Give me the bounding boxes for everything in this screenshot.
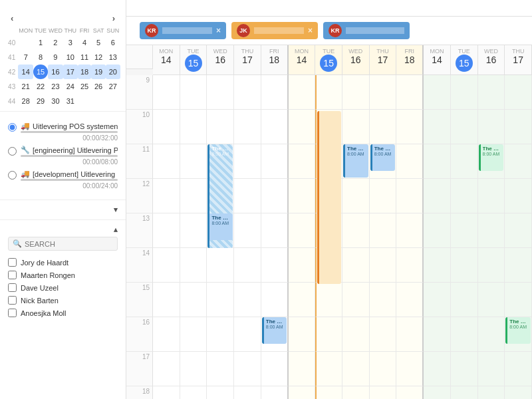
calendar-cell[interactable] bbox=[289, 110, 316, 144]
calendar-cell[interactable] bbox=[342, 75, 370, 110]
user-checkbox[interactable] bbox=[8, 271, 17, 279]
calendar-event[interactable]: The Jane Up8:00 AM bbox=[262, 317, 287, 344]
calendar-cell[interactable] bbox=[396, 386, 424, 399]
cal-day[interactable]: 16 bbox=[48, 65, 63, 79]
calendar-cell[interactable] bbox=[478, 317, 505, 352]
calendar-cell[interactable] bbox=[505, 352, 532, 386]
calendar-cell[interactable] bbox=[424, 179, 451, 213]
calendar-cell[interactable] bbox=[342, 352, 370, 386]
prev-month-button[interactable]: ‹ bbox=[8, 13, 16, 23]
calendar-cell[interactable] bbox=[289, 179, 316, 213]
calendar-cell[interactable] bbox=[234, 179, 261, 213]
calendar-cell[interactable] bbox=[289, 317, 316, 352]
search-input[interactable] bbox=[25, 240, 113, 248]
user-item[interactable]: Dave Uzeel bbox=[8, 281, 118, 294]
calendar-cell[interactable] bbox=[478, 213, 505, 248]
calendar-cell[interactable] bbox=[234, 386, 261, 399]
calendar-cell[interactable] bbox=[289, 386, 316, 399]
calendar-cell[interactable] bbox=[370, 386, 397, 399]
cal-day[interactable]: 11 bbox=[78, 50, 92, 65]
calendar-cell[interactable] bbox=[451, 386, 478, 399]
calendar-cell[interactable] bbox=[451, 352, 478, 386]
calendar-cell[interactable] bbox=[180, 352, 207, 386]
calendar-cell[interactable] bbox=[478, 248, 505, 283]
calendar-cell[interactable] bbox=[261, 283, 289, 317]
calendar-cell[interactable] bbox=[234, 75, 261, 110]
cal-day[interactable]: 23 bbox=[48, 79, 63, 94]
task-item[interactable]: 🚚[development] Uitlevering P...00:00/24:… bbox=[8, 168, 118, 192]
cal-day[interactable]: 19 bbox=[91, 65, 105, 79]
cal-day[interactable]: 28 bbox=[18, 94, 33, 108]
calendar-cell[interactable] bbox=[396, 283, 424, 317]
cal-day[interactable]: 22 bbox=[33, 79, 48, 94]
calendar-cell[interactable] bbox=[451, 110, 478, 144]
calendar-cell[interactable] bbox=[261, 386, 289, 399]
calendar-cell[interactable] bbox=[153, 75, 180, 110]
calendar-cell[interactable] bbox=[153, 386, 180, 399]
calendar-cell[interactable] bbox=[451, 213, 478, 248]
calendar-cell[interactable] bbox=[424, 213, 451, 248]
calendar-cell[interactable] bbox=[261, 75, 289, 110]
calendar-cell[interactable] bbox=[370, 75, 397, 110]
calendar-area[interactable]: MON14TUE15WED16THU17FRI18MON14TUE15WED16… bbox=[126, 45, 532, 399]
calendar-cell[interactable] bbox=[370, 248, 397, 283]
calendar-event[interactable]: The Jane Up8:00 AM bbox=[505, 317, 531, 344]
calendar-event[interactable]: The Jane Up8:00 AM bbox=[207, 213, 233, 240]
cal-day[interactable]: 12 bbox=[91, 50, 105, 65]
calendar-cell[interactable] bbox=[289, 75, 316, 110]
calendar-cell[interactable] bbox=[424, 110, 451, 144]
calendar-cell[interactable] bbox=[396, 75, 424, 110]
task-item[interactable]: 🚚Uitlevering POS systemen...00:00/32:00 bbox=[8, 120, 118, 144]
calendar-cell[interactable] bbox=[234, 213, 261, 248]
calendar-cell[interactable] bbox=[396, 352, 424, 386]
week-filter-close[interactable]: × bbox=[308, 26, 313, 35]
calendar-cell[interactable] bbox=[180, 144, 207, 179]
user-item[interactable]: Nick Barten bbox=[8, 294, 118, 307]
calendar-cell[interactable] bbox=[396, 110, 424, 144]
calendar-cell[interactable] bbox=[424, 248, 451, 283]
calendar-cell[interactable] bbox=[505, 179, 532, 213]
calendar-cell[interactable] bbox=[315, 386, 342, 399]
calendar-cell[interactable] bbox=[315, 75, 342, 110]
user-item[interactable]: Anoesjka Moll bbox=[8, 307, 118, 319]
calendar-cell[interactable] bbox=[505, 75, 532, 110]
calendar-cell[interactable] bbox=[478, 75, 505, 110]
calendar-cell[interactable] bbox=[207, 283, 234, 317]
calendar-cell[interactable] bbox=[396, 144, 424, 179]
calendar-cell[interactable] bbox=[505, 144, 532, 179]
user-header[interactable]: ▴ bbox=[8, 225, 118, 234]
week-filter-close[interactable]: × bbox=[216, 26, 221, 35]
cal-day[interactable]: 20 bbox=[106, 65, 120, 79]
calendar-cell[interactable] bbox=[342, 110, 370, 144]
calendar-cell[interactable] bbox=[289, 283, 316, 317]
calendar-cell[interactable] bbox=[180, 248, 207, 283]
calendar-event[interactable] bbox=[317, 111, 341, 284]
calendar-cell[interactable] bbox=[505, 283, 532, 317]
cal-day[interactable]: 4 bbox=[78, 35, 92, 50]
calendar-cell[interactable] bbox=[180, 75, 207, 110]
calendar-cell[interactable] bbox=[315, 317, 342, 352]
user-item[interactable]: Jory de Haardt bbox=[8, 256, 118, 269]
user-checkbox[interactable] bbox=[8, 283, 17, 292]
calendar-cell[interactable] bbox=[207, 386, 234, 399]
calendar-cell[interactable] bbox=[370, 352, 397, 386]
cal-day[interactable]: 9 bbox=[48, 50, 63, 65]
calendar-cell[interactable] bbox=[234, 352, 261, 386]
calendar-cell[interactable] bbox=[207, 110, 234, 144]
calendar-cell[interactable] bbox=[478, 352, 505, 386]
user-checkbox[interactable] bbox=[8, 309, 17, 317]
user-checkbox[interactable] bbox=[8, 258, 17, 267]
next-month-button[interactable]: › bbox=[110, 13, 118, 23]
calendar-event[interactable]: The Jane Up8:00 AM bbox=[479, 144, 504, 171]
cal-day[interactable]: 2 bbox=[48, 35, 63, 50]
calendar-event[interactable]: The Jane Up8:00 AM bbox=[370, 144, 396, 171]
user-item[interactable]: Maarten Rongen bbox=[8, 269, 118, 281]
cal-day[interactable]: 10 bbox=[63, 50, 78, 65]
calendar-cell[interactable] bbox=[207, 352, 234, 386]
calendar-cell[interactable] bbox=[289, 144, 316, 179]
task-item[interactable]: 🔧[engineering] Uitlevering PO...00:00/08… bbox=[8, 144, 118, 168]
calendar-cell[interactable] bbox=[396, 179, 424, 213]
calendar-cell[interactable] bbox=[342, 179, 370, 213]
calendar-cell[interactable] bbox=[424, 144, 451, 179]
calendar-cell[interactable] bbox=[153, 283, 180, 317]
